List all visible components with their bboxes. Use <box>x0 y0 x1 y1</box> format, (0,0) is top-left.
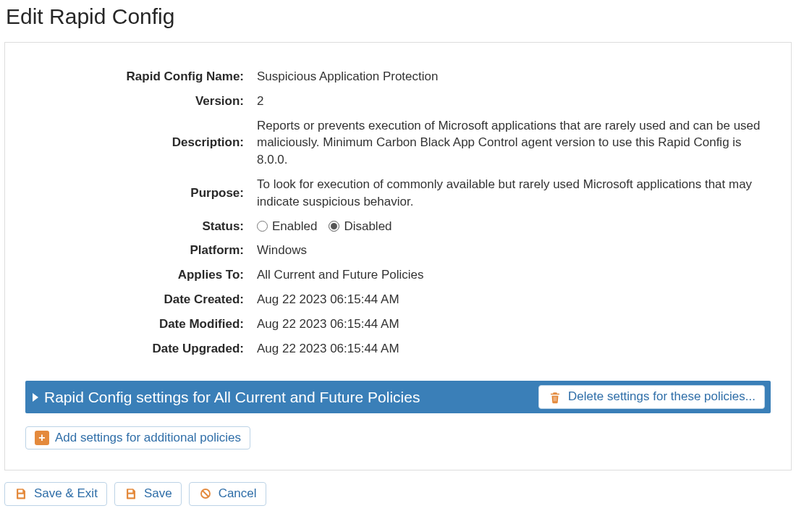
caret-right-icon <box>33 393 38 402</box>
status-enabled-radio[interactable] <box>257 221 268 232</box>
cancel-button[interactable]: Cancel <box>189 482 266 505</box>
label-date-modified: Date Modified: <box>25 312 257 337</box>
status-enabled-option[interactable]: Enabled <box>257 218 317 235</box>
cancel-icon <box>198 486 213 501</box>
field-table: Rapid Config Name: Suspicious Applicatio… <box>25 64 771 360</box>
save-icon <box>124 486 138 501</box>
svg-line-1 <box>203 491 208 497</box>
status-radio-group: Enabled Disabled <box>257 218 771 235</box>
label-status: Status: <box>25 214 257 239</box>
cancel-label: Cancel <box>219 486 257 501</box>
value-date-modified: Aug 22 2023 06:15:44 AM <box>257 312 771 337</box>
label-applies-to: Applies To: <box>25 263 257 287</box>
label-name: Rapid Config Name: <box>25 64 257 89</box>
delete-settings-button[interactable]: Delete settings for these policies... <box>538 385 765 408</box>
status-disabled-radio[interactable] <box>329 221 339 232</box>
settings-bar-title: Rapid Config settings for All Current an… <box>44 389 420 406</box>
label-date-upgraded: Date Upgraded: <box>25 337 257 361</box>
value-version: 2 <box>257 89 771 114</box>
page-title: Edit Rapid Config <box>6 4 792 29</box>
action-row: Save & Exit Save Cancel <box>4 482 792 505</box>
value-date-upgraded: Aug 22 2023 06:15:44 AM <box>257 337 771 361</box>
value-platform: Windows <box>257 238 771 263</box>
save-icon <box>14 486 28 501</box>
save-exit-button[interactable]: Save & Exit <box>4 482 107 505</box>
save-exit-label: Save & Exit <box>34 486 98 501</box>
trash-icon <box>548 390 562 405</box>
label-description: Description: <box>25 114 257 172</box>
settings-bar[interactable]: Rapid Config settings for All Current an… <box>25 381 771 413</box>
value-date-created: Aug 22 2023 06:15:44 AM <box>257 287 771 312</box>
value-applies-to: All Current and Future Policies <box>257 263 771 287</box>
add-settings-button[interactable]: + Add settings for additional policies <box>25 426 250 449</box>
label-date-created: Date Created: <box>25 287 257 312</box>
label-version: Version: <box>25 89 257 114</box>
value-name: Suspicious Application Protection <box>257 64 771 89</box>
save-label: Save <box>144 486 172 501</box>
label-platform: Platform: <box>25 238 257 263</box>
status-disabled-option[interactable]: Disabled <box>329 218 391 235</box>
config-panel: Rapid Config Name: Suspicious Applicatio… <box>4 42 792 470</box>
value-purpose: To look for execution of commonly availa… <box>257 172 771 214</box>
plus-icon: + <box>35 431 49 445</box>
delete-settings-label: Delete settings for these policies... <box>568 389 755 404</box>
add-settings-label: Add settings for additional policies <box>55 431 241 445</box>
status-enabled-label: Enabled <box>272 218 317 235</box>
save-button[interactable]: Save <box>114 482 182 505</box>
label-purpose: Purpose: <box>25 172 257 214</box>
status-disabled-label: Disabled <box>344 218 391 235</box>
value-description: Reports or prevents execution of Microso… <box>257 114 771 172</box>
